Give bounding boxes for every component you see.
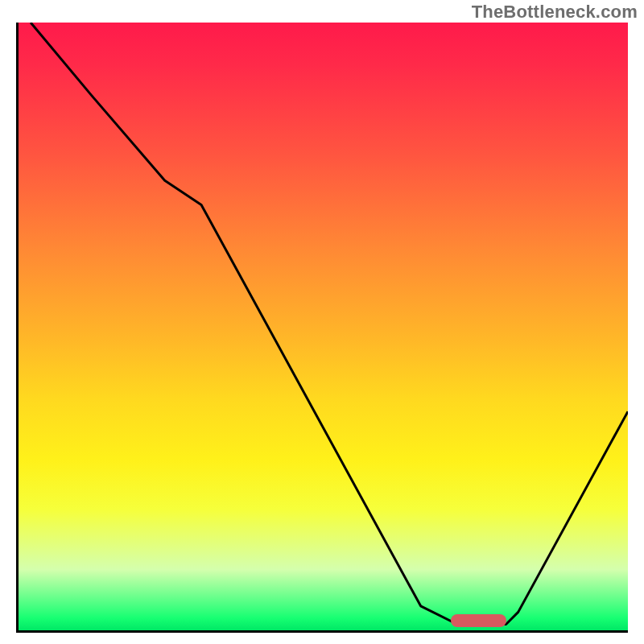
- plot-area: [16, 23, 628, 633]
- chart-stage: TheBottleneck.com: [0, 0, 644, 644]
- watermark-text: TheBottleneck.com: [472, 2, 638, 23]
- bottleneck-curve-path: [31, 23, 628, 625]
- curve-svg: [19, 23, 628, 630]
- optimum-marker: [451, 614, 506, 627]
